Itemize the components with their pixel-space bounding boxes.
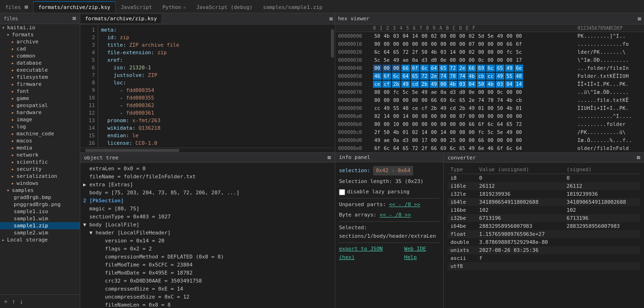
hex-byte[interactable]: 00: [449, 41, 457, 48]
hex-byte[interactable]: 78: [449, 73, 457, 80]
sidebar-item-sample1-iso[interactable]: sample1.iso: [0, 208, 80, 215]
obj-tree-item[interactable]: sectionType = 0x403 = 1027: [83, 213, 332, 221]
hex-byte[interactable]: 00: [486, 57, 495, 64]
hex-byte[interactable]: 5c: [515, 49, 523, 56]
sidebar-item-machine-code[interactable]: ▸machine_code: [0, 130, 80, 137]
hex-byte[interactable]: 2b: [392, 81, 400, 88]
hex-byte[interactable]: 00: [411, 121, 419, 128]
hex-byte[interactable]: 46: [373, 73, 381, 80]
hex-byte[interactable]: 66: [477, 137, 485, 144]
obj-tree-item[interactable]: crc32 = 0xD0D30AAE = 3503491758: [83, 277, 332, 285]
hex-byte[interactable]: 00: [401, 121, 410, 128]
hex-byte[interactable]: cf: [382, 81, 391, 88]
hex-byte[interactable]: 00: [515, 137, 523, 144]
hex-byte[interactable]: 00: [439, 137, 448, 144]
hex-byte[interactable]: 00: [430, 129, 438, 136]
sidebar-item-network[interactable]: ▸network: [0, 151, 80, 158]
sidebar-item-pnggrad8rgb-png[interactable]: pnggrad8rgb.png: [0, 201, 80, 208]
hex-byte[interactable]: 00: [458, 137, 466, 144]
hex-row[interactable]: 00000000504b0304140002000000025d5e490000…: [335, 32, 644, 40]
hex-byte[interactable]: cc: [373, 105, 381, 112]
hex-byte[interactable]: 64: [382, 49, 391, 56]
hex-byte[interactable]: 00: [515, 129, 523, 136]
sidebar-item-firmware[interactable]: ▸firmware: [0, 81, 80, 88]
obj-tree-item[interactable]: fileNameLen = 0x8 = 8: [83, 301, 332, 308]
hex-byte[interactable]: 00: [486, 113, 495, 120]
hex-byte[interactable]: 72: [401, 49, 410, 56]
sidebar-item-filesystem[interactable]: ▸filesystem: [0, 74, 80, 81]
hex-byte[interactable]: 00: [449, 57, 457, 64]
hex-byte[interactable]: 49: [439, 105, 448, 112]
hex-byte[interactable]: 6c: [392, 73, 400, 80]
hex-byte[interactable]: 03: [458, 81, 466, 88]
converter-close[interactable]: ⊠: [637, 154, 640, 161]
disable-lazy-row[interactable]: disable lazy parsing: [339, 188, 440, 196]
hex-byte[interactable]: 00: [458, 57, 466, 64]
hex-byte[interactable]: cd: [411, 81, 419, 88]
hex-byte[interactable]: 74: [458, 73, 466, 80]
hex-byte[interactable]: fc: [392, 89, 400, 96]
hex-byte[interactable]: 00: [449, 121, 457, 128]
hex-byte[interactable]: 49: [420, 89, 429, 96]
hex-byte[interactable]: 5c: [486, 129, 495, 136]
hex-byte[interactable]: 6c: [486, 65, 495, 72]
hex-byte[interactable]: 00: [439, 33, 448, 40]
hex-byte[interactable]: 00: [505, 89, 514, 96]
hex-byte[interactable]: 01: [515, 105, 523, 112]
hex-byte[interactable]: 66: [430, 97, 438, 104]
hex-byte[interactable]: 6c: [373, 49, 381, 56]
hex-byte[interactable]: 50: [382, 129, 391, 136]
hex-byte[interactable]: 72: [449, 65, 457, 72]
hex-byte[interactable]: 5e: [382, 57, 391, 64]
obj-tree-item[interactable]: 2 [PkSection]: [83, 197, 332, 205]
hex-byte[interactable]: 66: [430, 145, 438, 152]
hex-byte[interactable]: 01: [477, 105, 485, 112]
hex-byte[interactable]: 2e: [467, 97, 476, 104]
hex-byte[interactable]: 46: [486, 145, 495, 152]
hex-byte[interactable]: 49: [505, 65, 514, 72]
code-area[interactable]: meta: id: zip title: ZIP archive file fi…: [98, 25, 335, 148]
obj-tree-close[interactable]: ⊠: [328, 154, 331, 161]
hex-byte[interactable]: 07: [458, 113, 466, 120]
sidebar-item-media[interactable]: ▸media: [0, 144, 80, 151]
sidebar-item-font[interactable]: ▸font: [0, 88, 80, 95]
hex-byte[interactable]: 4b: [467, 73, 476, 80]
byte-arrays-link[interactable]: << - /0 >>: [380, 211, 411, 219]
hex-byte[interactable]: 6f: [477, 121, 485, 128]
hex-byte[interactable]: 69: [439, 145, 448, 152]
hex-byte[interactable]: 00: [430, 121, 438, 128]
hex-row[interactable]: 000000206c6465722f504b03140002000800fc5c…: [335, 48, 644, 56]
sidebar-item-sample1-wim[interactable]: sample1.wim: [0, 215, 80, 222]
hex-row[interactable]: 000000b000001000000000000000666f6c646572…: [335, 120, 644, 128]
hex-row[interactable]: 00000040000000666f6c6465722e66696c65496e…: [335, 64, 644, 72]
hex-byte[interactable]: 64: [392, 145, 400, 152]
hex-byte[interactable]: 4b: [382, 33, 391, 40]
hex-byte[interactable]: 66: [505, 41, 514, 48]
hex-byte[interactable]: 00: [373, 121, 381, 128]
hex-row[interactable]: 000000e06f6c6465722f66696c65496e466f6c64…: [335, 144, 644, 152]
hex-byte[interactable]: 00: [515, 113, 523, 120]
tab-files[interactable]: files ⊠: [0, 1, 33, 13]
hex-byte[interactable]: 14: [411, 33, 419, 40]
hex-byte[interactable]: 6c: [486, 121, 495, 128]
hex-byte[interactable]: 00: [439, 113, 448, 120]
sidebar-item-log[interactable]: ▸log: [0, 123, 80, 130]
hex-byte[interactable]: 74: [439, 73, 448, 80]
hex-byte[interactable]: 65: [496, 65, 504, 72]
hex-byte[interactable]: fc: [505, 49, 514, 56]
hex-byte[interactable]: 00: [430, 113, 438, 120]
hex-byte[interactable]: 00: [439, 121, 448, 128]
hex-byte[interactable]: 65: [401, 145, 410, 152]
hex-byte[interactable]: 07: [467, 41, 476, 48]
hex-byte[interactable]: 72: [420, 73, 429, 80]
hex-byte[interactable]: 4b: [505, 97, 514, 104]
sidebar-item-common[interactable]: ▸common: [0, 52, 80, 59]
close-python-tab[interactable]: ✕: [183, 5, 186, 10]
hex-byte[interactable]: 00: [505, 33, 514, 40]
hex-byte[interactable]: 55: [392, 105, 400, 112]
hex-byte[interactable]: 69: [477, 65, 485, 72]
hex-byte[interactable]: 5e: [496, 129, 504, 136]
hex-byte[interactable]: 00: [439, 41, 448, 48]
hex-byte[interactable]: 64: [430, 65, 438, 72]
hex-byte[interactable]: 50: [420, 49, 429, 56]
